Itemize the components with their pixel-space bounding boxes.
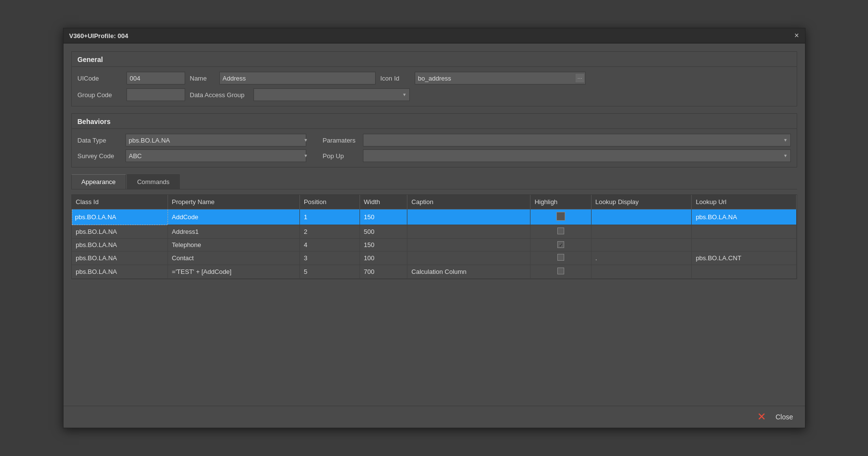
title-bar-close-button[interactable]: × [794,31,799,40]
cell-lookup-display [591,265,692,279]
popup-wrapper [363,149,791,162]
window-title: V360+UIProfile: 004 [69,32,128,40]
general-section-title: General [72,52,797,67]
close-x-button[interactable]: ✕ [757,412,766,422]
cell-class-id: pbs.BO.LA.NA [72,225,168,239]
tab-commands[interactable]: Commands [127,174,180,189]
survey-code-select[interactable]: ABC [126,149,306,162]
cell-caption [407,225,530,239]
title-bar: V360+UIProfile: 004 × [64,28,805,43]
cell-lookup-display [591,239,692,251]
cell-highligh [530,251,591,265]
table-row[interactable]: pbs.BO.LA.NAAddCode1150pbs.BO.LA.NA [72,209,796,225]
icon-id-browse-button[interactable]: ⋯ [575,73,585,83]
data-access-group-wrapper [254,88,410,101]
cell-property-name: AddCode [168,209,299,225]
cell-class-id: pbs.BO.LA.NA [72,209,168,225]
popup-label: Pop Up [315,152,359,160]
table-row[interactable]: pbs.BO.LA.NATelephone4150✓ [72,239,796,251]
cell-property-name: Contact [168,251,299,265]
cell-lookup-display [591,225,692,239]
cell-class-id: pbs.BO.LA.NA [72,239,168,251]
highlight-checkbox-unchecked[interactable] [557,268,564,274]
col-position: Position [299,195,360,209]
cell-highligh: ✓ [530,239,591,251]
close-button[interactable]: Close [772,411,797,423]
window-body: General UICode Name Icon Id ⋯ Group Cod [64,43,805,406]
col-highligh: Highligh [530,195,591,209]
behaviors-section: Behaviors Data Type pbs.BO.LA.NA Paramat… [71,113,797,167]
appearance-table-container: Class Id Property Name Position Width Ca… [71,194,797,279]
cell-caption [407,209,530,225]
table-header-row: Class Id Property Name Position Width Ca… [72,195,796,209]
cell-lookup-url: pbs.BO.LA.CNT [692,251,796,265]
cell-class-id: pbs.BO.LA.NA [72,251,168,265]
col-class-id: Class Id [72,195,168,209]
icon-id-input[interactable] [415,72,586,84]
cell-position: 2 [299,225,360,239]
tabs-container: Appearance Commands Class Id Property Na… [71,174,797,398]
cell-property-name: Address1 [168,225,299,239]
name-input[interactable] [219,72,376,84]
cell-position: 4 [299,239,360,251]
behaviors-grid: Data Type pbs.BO.LA.NA Paramaters Survey… [78,134,791,162]
icon-id-wrapper: ⋯ [415,72,586,84]
cell-lookup-url: pbs.BO.LA.NA [692,209,796,225]
data-type-wrapper: pbs.BO.LA.NA [126,134,311,146]
data-access-group-label: Data Access Group [190,91,249,99]
general-row-1: UICode Name Icon Id ⋯ [78,72,791,84]
cell-width: 700 [360,265,407,279]
table-body: pbs.BO.LA.NAAddCode1150pbs.BO.LA.NApbs.B… [72,209,796,279]
behaviors-section-title: Behaviors [72,114,797,129]
table-row[interactable]: pbs.BO.LA.NA='TEST' + [AddCode]5700Calcu… [72,265,796,279]
group-code-input[interactable] [127,88,185,101]
data-type-label: Data Type [78,137,122,144]
col-caption: Caption [407,195,530,209]
table-row[interactable]: pbs.BO.LA.NAAddress12500 [72,225,796,239]
cell-caption [407,251,530,265]
survey-code-label: Survey Code [78,152,122,160]
cell-position: 3 [299,251,360,265]
cell-caption [407,239,530,251]
name-label: Name [190,75,214,82]
survey-code-wrapper: ABC [126,149,311,162]
table-header: Class Id Property Name Position Width Ca… [72,195,796,209]
cell-lookup-url [692,225,796,239]
col-lookup-url: Lookup Url [692,195,796,209]
cell-lookup-url [692,239,796,251]
uicode-label: UICode [78,75,122,82]
col-lookup-display: Lookup Display [591,195,692,209]
popup-select[interactable] [363,149,791,162]
highlight-checkbox-unchecked[interactable] [557,228,564,234]
parameters-label: Paramaters [315,137,359,144]
main-window: V360+UIProfile: 004 × General UICode Nam… [63,28,805,428]
cell-position: 1 [299,209,360,225]
cell-property-name: ='TEST' + [AddCode] [168,265,299,279]
highlight-checkbox-unchecked[interactable] [557,254,564,261]
highlight-checkbox-checked[interactable]: ✓ [557,241,564,248]
data-type-select[interactable]: pbs.BO.LA.NA [126,134,306,146]
footer: ✕ Close [64,406,805,428]
parameters-wrapper [363,134,791,146]
col-property-name: Property Name [168,195,299,209]
cell-highligh [530,265,591,279]
cell-position: 5 [299,265,360,279]
cell-caption: Calculation Column [407,265,530,279]
behaviors-section-content: Data Type pbs.BO.LA.NA Paramaters Survey… [72,129,797,167]
cell-property-name: Telephone [168,239,299,251]
parameters-select[interactable] [363,134,791,146]
cell-highligh [530,209,591,225]
cell-class-id: pbs.BO.LA.NA [72,265,168,279]
table-row[interactable]: pbs.BO.LA.NAContact3100.pbs.BO.LA.CNT [72,251,796,265]
data-access-group-select[interactable] [254,88,410,101]
general-section: General UICode Name Icon Id ⋯ Group Cod [71,51,797,106]
uicode-input[interactable] [127,72,185,84]
tab-bar: Appearance Commands [71,174,797,189]
cell-width: 150 [360,209,407,225]
cell-width: 100 [360,251,407,265]
cell-lookup-display [591,209,692,225]
appearance-table: Class Id Property Name Position Width Ca… [72,195,797,279]
col-width: Width [360,195,407,209]
icon-id-label: Icon Id [381,75,410,82]
tab-appearance[interactable]: Appearance [71,174,126,189]
